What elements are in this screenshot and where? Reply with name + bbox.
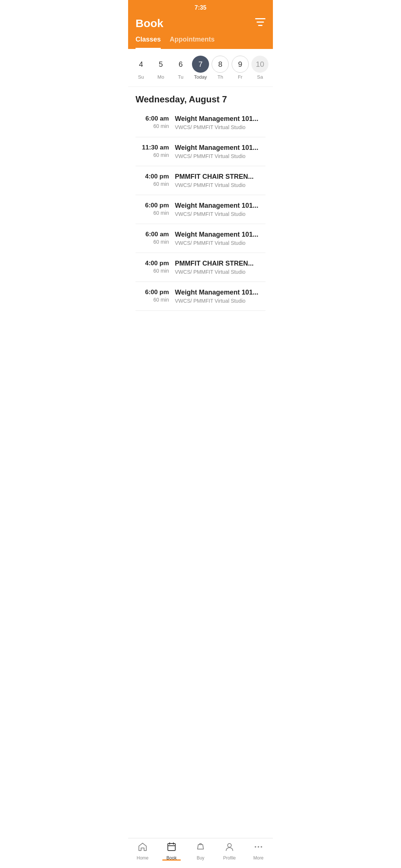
class-info-5: PMMFIT CHAIR STREN... VWCS/ PMMFIT Virtu…: [175, 260, 265, 275]
day-5[interactable]: 5 Mo: [152, 56, 169, 80]
status-time: 7:35: [195, 4, 206, 11]
class-duration-0: 60 min: [136, 123, 169, 129]
day-10-label: Sa: [257, 74, 263, 80]
class-time-main-3: 6:00 pm: [136, 202, 169, 209]
class-time-main-6: 6:00 pm: [136, 289, 169, 296]
day-7-label: Today: [194, 74, 207, 80]
class-info-1: Weight Management 101... VWCS/ PMMFIT Vi…: [175, 144, 265, 159]
class-studio-1: VWCS/ PMMFIT Virtual Studio: [175, 153, 265, 159]
class-duration-1: 60 min: [136, 152, 169, 158]
day-5-number: 5: [152, 56, 169, 73]
class-item-2[interactable]: 4:00 pm 60 min PMMFIT CHAIR STREN... VWC…: [136, 166, 265, 195]
day-4[interactable]: 4 Su: [133, 56, 150, 80]
class-name-5: PMMFIT CHAIR STREN...: [175, 260, 265, 267]
class-studio-4: VWCS/ PMMFIT Virtual Studio: [175, 240, 265, 246]
class-list: 6:00 am 60 min Weight Management 101... …: [136, 108, 265, 311]
svg-rect-0: [255, 18, 265, 19]
day-10[interactable]: 10 Sa: [251, 56, 268, 80]
class-info-0: Weight Management 101... VWCS/ PMMFIT Vi…: [175, 115, 265, 130]
class-item-1[interactable]: 11:30 am 60 min Weight Management 101...…: [136, 137, 265, 166]
class-name-4: Weight Management 101...: [175, 231, 265, 239]
class-time-4: 6:00 am 60 min: [136, 231, 169, 245]
header: Book: [128, 13, 273, 36]
svg-rect-1: [257, 22, 264, 23]
class-name-1: Weight Management 101...: [175, 144, 265, 152]
class-time-3: 6:00 pm 60 min: [136, 202, 169, 216]
class-time-main-2: 4:00 pm: [136, 173, 169, 180]
class-item-0[interactable]: 6:00 am 60 min Weight Management 101... …: [136, 108, 265, 137]
day-4-number: 4: [133, 56, 150, 73]
class-time-0: 6:00 am 60 min: [136, 115, 169, 129]
class-studio-2: VWCS/ PMMFIT Virtual Studio: [175, 182, 265, 188]
tab-bar: Classes Appointments: [128, 36, 273, 49]
class-item-5[interactable]: 4:00 pm 60 min PMMFIT CHAIR STREN... VWC…: [136, 253, 265, 282]
class-item-4[interactable]: 6:00 am 60 min Weight Management 101... …: [136, 224, 265, 253]
class-duration-3: 60 min: [136, 210, 169, 216]
class-item-3[interactable]: 6:00 pm 60 min Weight Management 101... …: [136, 195, 265, 224]
class-studio-5: VWCS/ PMMFIT Virtual Studio: [175, 269, 265, 275]
class-name-6: Weight Management 101...: [175, 289, 265, 296]
class-time-6: 6:00 pm 60 min: [136, 289, 169, 303]
class-time-main-0: 6:00 am: [136, 115, 169, 122]
class-duration-2: 60 min: [136, 181, 169, 187]
class-time-5: 4:00 pm 60 min: [136, 260, 169, 274]
day-6-number: 6: [172, 56, 189, 73]
tab-appointments[interactable]: Appointments: [170, 36, 215, 49]
class-info-6: Weight Management 101... VWCS/ PMMFIT Vi…: [175, 289, 265, 304]
day-7-number: 7: [192, 56, 209, 73]
content-area: Wednesday, August 7 6:00 am 60 min Weigh…: [128, 87, 273, 311]
class-time-main-4: 6:00 am: [136, 231, 169, 238]
class-name-0: Weight Management 101...: [175, 115, 265, 123]
status-bar: 7:35: [128, 0, 273, 13]
class-info-4: Weight Management 101... VWCS/ PMMFIT Vi…: [175, 231, 265, 246]
day-8-label: Th: [218, 74, 223, 80]
day-9-label: Fr: [238, 74, 242, 80]
day-6[interactable]: 6 Tu: [172, 56, 189, 80]
day-10-number: 10: [251, 56, 268, 73]
filter-button[interactable]: [255, 18, 265, 29]
class-studio-0: VWCS/ PMMFIT Virtual Studio: [175, 124, 265, 130]
class-info-3: Weight Management 101... VWCS/ PMMFIT Vi…: [175, 202, 265, 217]
day-5-label: Mo: [157, 74, 164, 80]
date-heading: Wednesday, August 7: [136, 87, 265, 108]
day-4-label: Su: [138, 74, 144, 80]
class-time-main-1: 11:30 am: [136, 144, 169, 151]
calendar-strip: 4 Su 5 Mo 6 Tu 7 Today 8 Th 9 Fr 10 Sa: [128, 49, 273, 87]
day-8[interactable]: 8 Th: [212, 56, 229, 80]
class-time-main-5: 4:00 pm: [136, 260, 169, 267]
class-info-2: PMMFIT CHAIR STREN... VWCS/ PMMFIT Virtu…: [175, 173, 265, 188]
svg-rect-2: [258, 25, 263, 26]
day-7[interactable]: 7 Today: [192, 56, 209, 80]
tab-classes[interactable]: Classes: [136, 36, 161, 49]
day-6-label: Tu: [178, 74, 183, 80]
class-studio-3: VWCS/ PMMFIT Virtual Studio: [175, 211, 265, 217]
page-title: Book: [136, 17, 163, 30]
class-studio-6: VWCS/ PMMFIT Virtual Studio: [175, 298, 265, 304]
class-name-3: Weight Management 101...: [175, 202, 265, 210]
day-9-number: 9: [232, 56, 249, 73]
class-duration-6: 60 min: [136, 297, 169, 303]
class-name-2: PMMFIT CHAIR STREN...: [175, 173, 265, 181]
class-duration-5: 60 min: [136, 268, 169, 274]
class-time-1: 11:30 am 60 min: [136, 144, 169, 158]
class-time-2: 4:00 pm 60 min: [136, 173, 169, 187]
day-8-number: 8: [212, 56, 229, 73]
class-duration-4: 60 min: [136, 239, 169, 245]
class-item-6[interactable]: 6:00 pm 60 min Weight Management 101... …: [136, 282, 265, 311]
day-9[interactable]: 9 Fr: [232, 56, 249, 80]
